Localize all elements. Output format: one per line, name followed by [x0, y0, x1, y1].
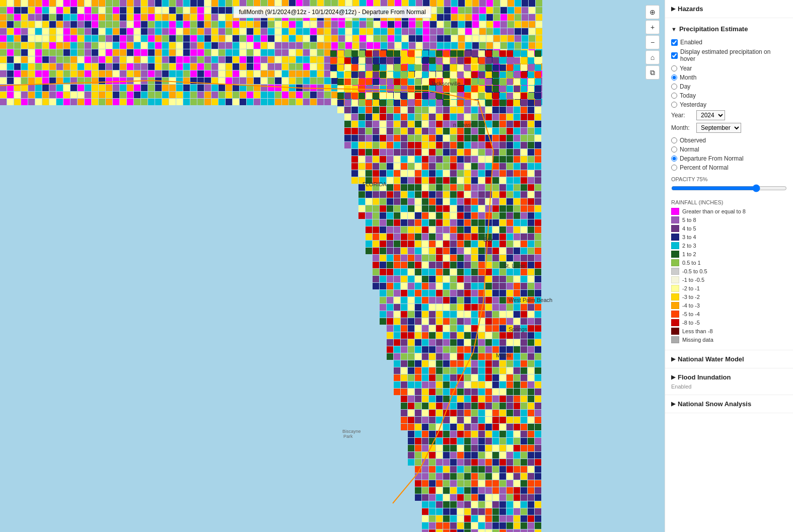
legend-item: Missing data: [671, 336, 787, 343]
period-today-radio[interactable]: [671, 93, 677, 99]
period-year-radio[interactable]: [671, 65, 677, 71]
legend-item-label: 5 to 8: [682, 217, 696, 223]
legend-item-label: -3 to -2: [682, 294, 700, 300]
legend-item: -4 to -3: [671, 302, 787, 309]
legend-item-label: Less than -8: [682, 328, 713, 334]
legend-color-swatch: [671, 234, 679, 241]
legend-color-swatch: [671, 259, 679, 266]
legend-items: Greater than or equal to 8 5 to 8 4 to 5…: [671, 208, 787, 343]
legend-color-swatch: [671, 328, 679, 335]
period-month-row: Month: [671, 74, 787, 81]
legend-item: 0.5 to 1: [671, 259, 787, 266]
map-canvas: [0, 0, 665, 532]
legend-color-swatch: [671, 285, 679, 292]
display-hover-label: Display estimated precipitation on hover: [680, 48, 787, 62]
legend-color-swatch: [671, 302, 679, 309]
national-water-model-header[interactable]: ▶ National Water Model: [671, 355, 787, 363]
nsa-chevron-icon: ▶: [671, 401, 675, 407]
opacity-slider[interactable]: [671, 184, 787, 192]
period-yesterday-radio[interactable]: [671, 102, 677, 108]
display-percent-radio[interactable]: [671, 165, 677, 171]
legend-item: -8 to -5: [671, 319, 787, 326]
legend-item: Greater than or equal to 8: [671, 208, 787, 215]
display-normal-radio[interactable]: [671, 146, 677, 153]
legend-color-swatch: [671, 242, 679, 249]
legend-color-swatch: [671, 311, 679, 318]
legend-item: 4 to 5: [671, 225, 787, 232]
period-year-label: Year: [680, 65, 692, 72]
map-controls: ⊕ + − ⌂ ⧉: [645, 5, 660, 80]
map-container[interactable]: fullMonth (9/1/2024@12z - 10/1/2024@12z)…: [0, 0, 665, 532]
flood-chevron-icon: ▶: [671, 374, 675, 381]
national-snow-analysis-header[interactable]: ▶ National Snow Analysis: [671, 400, 787, 408]
legend-color-swatch: [671, 225, 679, 232]
month-field-label: Month:: [671, 124, 694, 131]
legend-item: Less than -8: [671, 328, 787, 335]
zoom-out-button[interactable]: −: [645, 35, 660, 49]
legend-item-label: -2 to -1: [682, 285, 700, 291]
display-departure-row: Departure From Normal: [671, 155, 787, 162]
enabled-row: Enabled: [671, 39, 787, 46]
legend-item-label: Missing data: [682, 337, 713, 343]
legend-item: -1 to -0.5: [671, 276, 787, 283]
national-water-model-label: National Water Model: [678, 355, 744, 363]
zoom-in-button[interactable]: +: [645, 20, 660, 34]
legend-color-swatch: [671, 268, 679, 275]
national-snow-analysis-section: ▶ National Snow Analysis: [665, 395, 793, 413]
year-field-label: Year:: [671, 112, 694, 119]
precip-header[interactable]: ▼ Precipitation Estimate: [671, 23, 787, 35]
enabled-label: Enabled: [680, 39, 702, 46]
period-day-radio[interactable]: [671, 84, 677, 90]
year-select[interactable]: 2024 2023 2022 2021: [696, 110, 725, 120]
period-yesterday-row: Yesterday: [671, 101, 787, 108]
legend-item: -2 to -1: [671, 285, 787, 292]
legend-item: 1 to 2: [671, 251, 787, 258]
layers-button[interactable]: ⧉: [645, 65, 660, 80]
legend-item-label: -4 to -3: [682, 302, 700, 309]
legend-item-label: 0.5 to 1: [682, 260, 701, 266]
enabled-checkbox[interactable]: [671, 39, 678, 46]
period-day-row: Day: [671, 83, 787, 90]
display-observed-radio[interactable]: [671, 137, 677, 143]
legend-section: RAINFALL (inches) Greater than or equal …: [671, 199, 787, 343]
legend-item-label: -1 to -0.5: [682, 277, 704, 283]
period-year-row: Year: [671, 65, 787, 72]
legend-color-swatch: [671, 276, 679, 283]
display-normal-label: Normal: [680, 146, 699, 153]
precip-chevron-icon: ▼: [671, 26, 677, 32]
legend-item: 5 to 8: [671, 216, 787, 223]
year-row: Year: 2024 2023 2022 2021: [671, 110, 787, 120]
flood-inundation-label: Flood Inundation: [678, 373, 731, 381]
flood-enabled-text: Enabled: [671, 384, 691, 390]
national-water-model-section: ▶ National Water Model: [665, 350, 793, 368]
legend-item: -0.5 to 0.5: [671, 268, 787, 275]
hazards-section: ▶ Hazards: [665, 0, 793, 18]
month-select[interactable]: JanuaryFebruaryMarch AprilMayJune JulyAu…: [696, 123, 741, 133]
sidebar: ▶ Hazards ▼ Precipitation Estimate Enabl…: [665, 0, 793, 532]
map-tooltip: fullMonth (9/1/2024@12z - 10/1/2024@12z)…: [233, 6, 431, 18]
home-button[interactable]: ⌂: [645, 50, 660, 64]
period-month-radio[interactable]: [671, 74, 677, 81]
legend-item-label: 4 to 5: [682, 225, 696, 232]
legend-item-label: -5 to -4: [682, 311, 700, 317]
legend-item: 2 to 3: [671, 242, 787, 249]
legend-item-label: -0.5 to 0.5: [682, 268, 707, 274]
legend-item-label: 1 to 2: [682, 251, 696, 257]
legend-item: -3 to -2: [671, 293, 787, 300]
legend-color-swatch: [671, 336, 679, 343]
period-day-label: Day: [680, 83, 690, 90]
hazards-chevron-icon: ▶: [671, 6, 675, 12]
locate-button[interactable]: ⊕: [645, 5, 660, 19]
hazards-header[interactable]: ▶ Hazards: [671, 5, 787, 13]
legend-color-swatch: [671, 293, 679, 300]
legend-item-label: 2 to 3: [682, 243, 696, 249]
legend-color-swatch: [671, 208, 679, 215]
legend-item: -5 to -4: [671, 311, 787, 318]
display-hover-checkbox[interactable]: [671, 52, 678, 59]
legend-title: RAINFALL (inches): [671, 199, 787, 205]
flood-inundation-header[interactable]: ▶ Flood Inundation: [671, 373, 787, 381]
period-today-label: Today: [680, 92, 696, 99]
legend-color-swatch: [671, 251, 679, 258]
display-departure-radio[interactable]: [671, 156, 677, 162]
precip-section: ▼ Precipitation Estimate Enabled Display…: [665, 18, 793, 350]
